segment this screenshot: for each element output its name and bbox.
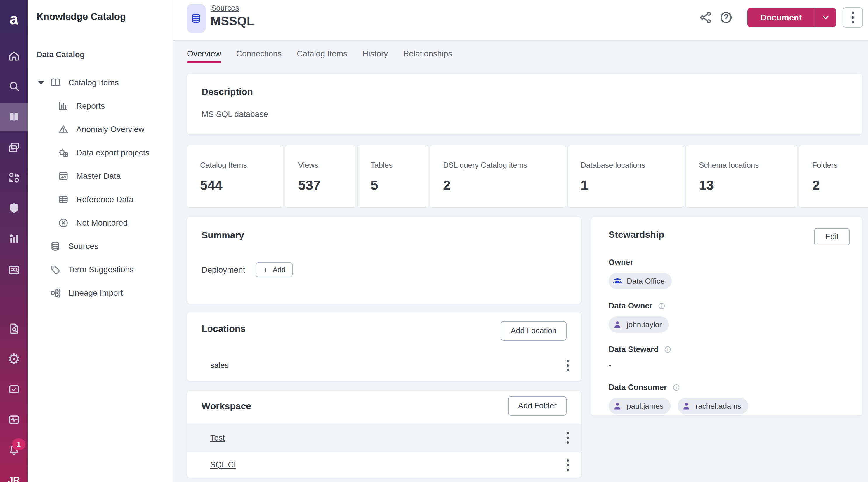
tab-relationships[interactable]: Relationships <box>403 49 452 63</box>
sidebar-section-title: Data Catalog <box>36 50 85 59</box>
stat-value: 13 <box>699 177 797 193</box>
workspace-title: Workspace <box>202 401 251 412</box>
location-row: sales <box>187 354 581 377</box>
entity-type-icon <box>187 4 206 33</box>
rail-dq-search[interactable] <box>0 255 28 284</box>
info-icon[interactable] <box>658 302 665 310</box>
rail-catalog[interactable] <box>0 103 28 131</box>
help-button[interactable] <box>719 10 733 25</box>
warning-triangle-icon <box>58 124 69 135</box>
stat-value: 544 <box>200 177 283 193</box>
tab-catalog-items[interactable]: Catalog Items <box>297 49 347 63</box>
location-link-sales[interactable]: sales <box>210 361 229 370</box>
document-search-icon <box>8 322 21 335</box>
tab-overview[interactable]: Overview <box>187 49 221 63</box>
search-box-icon <box>8 264 21 276</box>
sidebar-item-master-data[interactable]: Master Data <box>28 164 173 188</box>
chip-john-taylor[interactable]: john.taylor <box>609 317 669 333</box>
stewardship-edit-button[interactable]: Edit <box>814 228 850 245</box>
add-folder-button[interactable]: Add Folder <box>508 396 567 416</box>
components-icon <box>8 171 21 184</box>
rail-monitoring[interactable] <box>0 405 28 434</box>
locations-card: Locations Add Location sales <box>187 312 581 381</box>
header-more-button[interactable] <box>843 7 863 28</box>
info-icon[interactable] <box>672 384 680 391</box>
rail-governance[interactable] <box>0 194 28 222</box>
sidebar-item-term-suggestions[interactable]: Term Suggestions <box>28 258 173 281</box>
share-icon <box>699 10 713 25</box>
plus-icon <box>262 267 269 273</box>
workspace-link-test[interactable]: Test <box>210 433 225 443</box>
chip-data-office[interactable]: Data Office <box>609 273 672 289</box>
stat-label: Database locations <box>581 161 684 170</box>
tag-icon <box>50 264 61 275</box>
profiling-chart-icon <box>8 232 21 245</box>
stat-label: Schema locations <box>699 161 797 170</box>
tab-history[interactable]: History <box>363 49 388 63</box>
sidebar-item-label: Reports <box>76 101 105 111</box>
summary-title: Summary <box>202 230 567 241</box>
task-check-icon <box>8 383 21 395</box>
document-button[interactable]: Document <box>747 8 815 27</box>
rail-settings[interactable]: ⚙ <box>0 345 28 373</box>
sidebar-item-lineage-import[interactable]: Lineage Import <box>28 281 173 305</box>
document-dropdown-button[interactable] <box>815 8 836 27</box>
rail-profiling[interactable] <box>0 224 28 253</box>
share-button[interactable] <box>699 10 713 25</box>
rail-notifications[interactable]: 1 <box>0 435 28 464</box>
sidebar-item-not-monitored[interactable]: Not Monitored <box>28 211 173 235</box>
data-consumer-label: Data Consumer <box>609 383 850 392</box>
workspace-link-sql-ci[interactable]: SQL CI <box>210 460 236 470</box>
stat-label: Views <box>298 161 356 170</box>
info-icon[interactable] <box>664 345 672 354</box>
breadcrumb[interactable]: Sources <box>211 3 239 12</box>
stewardship-card: Stewardship Edit Owner Data Office Data … <box>591 217 862 415</box>
sidebar-item-label: Master Data <box>76 172 121 181</box>
shield-icon <box>8 202 21 214</box>
book-open-icon <box>50 77 61 89</box>
sidebar-item-sources[interactable]: Sources <box>28 235 173 258</box>
description-body: MS SQL database <box>202 110 847 119</box>
row-kebab-icon[interactable] <box>566 459 569 472</box>
rail-reporting[interactable] <box>0 314 28 343</box>
app-title: Knowledge Catalog <box>36 11 126 22</box>
rail-home[interactable] <box>0 42 28 70</box>
user-icon <box>681 401 691 411</box>
data-steward-label: Data Steward <box>609 345 850 354</box>
stat-value: 537 <box>298 177 356 193</box>
row-kebab-icon[interactable] <box>566 431 569 444</box>
rail-components[interactable] <box>0 163 28 192</box>
deployment-add-button[interactable]: Add <box>255 262 292 277</box>
row-kebab-icon[interactable] <box>566 359 569 372</box>
chip-rachel-adams[interactable]: rachel.adams <box>678 398 748 414</box>
sidebar-item-data-export-projects[interactable]: Data export projects <box>28 141 173 164</box>
sidebar-item-label: Data export projects <box>76 148 150 157</box>
app-logo: a <box>0 0 28 37</box>
rail-user-avatar[interactable]: JR <box>0 465 28 482</box>
chip-paul-james[interactable]: paul.james <box>609 398 671 414</box>
caret-down-icon[interactable] <box>38 81 44 85</box>
user-icon <box>612 401 623 411</box>
tab-connections[interactable]: Connections <box>236 49 282 63</box>
kebab-icon <box>851 11 855 24</box>
stat-views: Views 537 <box>285 145 356 208</box>
sidebar-item-catalog-items[interactable]: Catalog Items <box>28 71 173 94</box>
sidebar-item-reference-data[interactable]: Reference Data <box>28 188 173 211</box>
rail-search[interactable] <box>0 72 28 100</box>
main-content: Overview Connections Catalog Items Histo… <box>173 41 868 482</box>
rail-tasks[interactable] <box>0 375 28 403</box>
add-location-button[interactable]: Add Location <box>501 321 567 341</box>
sidebar-item-label: Sources <box>68 242 98 251</box>
stat-tables: Tables 5 <box>358 145 429 208</box>
workspace-card: Workspace Add Folder Test SQL CI <box>187 391 581 478</box>
circle-x-icon <box>58 217 69 229</box>
owner-label: Owner <box>609 258 850 267</box>
rail-projects[interactable] <box>0 133 28 162</box>
sidebar-item-reports[interactable]: Reports <box>28 94 173 118</box>
stat-label: DSL query Catalog items <box>443 161 566 170</box>
description-title: Description <box>202 87 847 97</box>
sidebar-item-anomaly-overview[interactable]: Anomaly Overview <box>28 118 173 141</box>
user-icon <box>612 319 623 330</box>
search-icon <box>8 80 21 93</box>
deployment-label: Deployment <box>202 265 245 275</box>
